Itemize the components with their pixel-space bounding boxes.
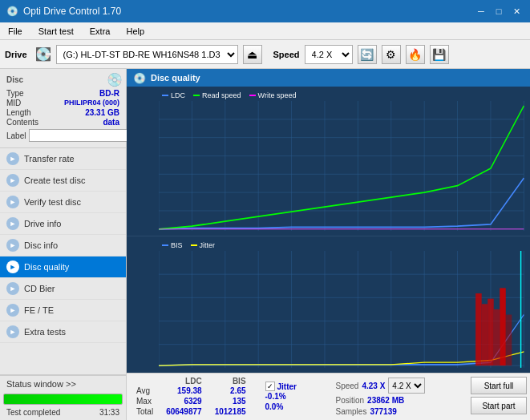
legend-read: Read speed	[193, 91, 241, 99]
app-title: Opti Drive Control 1.70	[23, 6, 121, 17]
transfer-rate-icon: ►	[6, 152, 19, 165]
max-jitter: 0.0%	[265, 402, 330, 412]
menu-help[interactable]: Help	[121, 25, 149, 38]
charts-container: LDC Read speed Write speed	[127, 87, 530, 373]
disc-label-row: Label 🔍	[6, 128, 119, 143]
nav-label-verify-test-disc: Verify test disc	[24, 197, 81, 207]
menubar: File Start test Extra Help	[0, 22, 530, 40]
position-label: Position	[336, 396, 365, 405]
svg-rect-71	[506, 315, 512, 366]
max-label: Max	[130, 396, 160, 406]
jitter-checkbox[interactable]: ✓	[265, 382, 275, 391]
disc-icon: 💿	[107, 72, 123, 87]
samples-value: 377139	[370, 407, 396, 416]
sidebar-item-extra-tests[interactable]: ► Extra tests	[0, 321, 126, 343]
speed-select[interactable]: 4.2 X	[305, 45, 353, 64]
svg-rect-48	[159, 251, 528, 368]
sidebar-item-drive-info[interactable]: ► Drive info	[0, 213, 126, 235]
ldc-dot	[162, 95, 168, 96]
speed-stat-value: 4.23 X	[362, 382, 385, 390]
read-dot	[193, 95, 200, 96]
status-text: Test completed	[3, 406, 63, 418]
progress-bar-container	[3, 394, 123, 405]
disc-info-grid: Type BD-R MID PHILIPR04 (000) Length 23.…	[3, 87, 123, 144]
progress-bar	[4, 394, 122, 404]
status-window-label: Status window >>	[6, 379, 76, 389]
disc-section-title: Disc	[3, 74, 26, 86]
disc-mid-row: MID PHILIPR04 (000)	[6, 99, 119, 107]
sidebar-item-fe-te[interactable]: ► FE / TE	[0, 300, 126, 321]
sidebar-item-disc-info[interactable]: ► Disc info	[0, 235, 126, 256]
disc-type-row: Type BD-R	[6, 89, 119, 98]
total-label: Total	[130, 406, 160, 417]
disc-info-icon: ►	[6, 239, 19, 252]
nav-label-disc-quality: Disc quality	[24, 262, 69, 272]
settings-button[interactable]: ⚙	[382, 45, 401, 64]
ldc-header: LDC	[160, 377, 208, 386]
status-window-button[interactable]: Status window >>	[0, 375, 126, 392]
speed-position-section: Speed 4.23 X 4.2 X Position 23862 MB Sam…	[336, 377, 465, 417]
disc-quality-icon: ►	[6, 260, 19, 273]
save-button[interactable]: 💾	[430, 45, 449, 64]
total-bis: 1012185	[208, 406, 253, 417]
burn-button[interactable]: 🔥	[406, 45, 425, 64]
write-label: Write speed	[258, 91, 297, 99]
nav-label-fe-te: FE / TE	[24, 305, 54, 315]
sidebar-item-create-test-disc[interactable]: ► Create test disc	[0, 170, 126, 192]
chart1-legend: LDC Read speed Write speed	[159, 90, 528, 101]
sidebar-nav: ► Transfer rate ► Create test disc ► Ver…	[0, 148, 126, 374]
minimize-button[interactable]: ─	[474, 4, 488, 18]
start-part-button[interactable]: Start part	[471, 397, 527, 414]
status-window-section: Status window >> Test completed 31:33	[0, 374, 126, 420]
avg-ldc: 159.38	[160, 386, 208, 396]
chart2-svg: 50 100 150 200 2% 4% 6% 8% 10% 0.0 2.5 5…	[159, 251, 528, 368]
sidebar-item-disc-quality[interactable]: ► Disc quality	[0, 256, 126, 278]
disc-contents-row: Contents data	[6, 118, 119, 127]
nav-label-create-test-disc: Create test disc	[24, 176, 85, 185]
svg-rect-0	[159, 101, 528, 231]
chart-bis: BIS Jitter	[127, 236, 530, 373]
eject-button[interactable]: ⏏	[243, 45, 262, 64]
disc-quality-header-icon: 💿	[133, 72, 146, 84]
chart1-svg: 1000 2000 3000 4000 5000 6000 7000 2X 4X…	[159, 101, 528, 231]
menu-start-test[interactable]: Start test	[34, 25, 79, 38]
svg-rect-68	[488, 299, 494, 366]
sidebar-item-transfer-rate[interactable]: ► Transfer rate	[0, 148, 126, 170]
maximize-button[interactable]: □	[492, 4, 506, 18]
stats-max-row: Max 6329 135	[130, 396, 253, 406]
speed-row: Speed 4.23 X 4.2 X	[336, 378, 465, 394]
menu-extra[interactable]: Extra	[85, 25, 115, 38]
sidebar-item-verify-test-disc[interactable]: ► Verify test disc	[0, 192, 126, 213]
menu-file[interactable]: File	[3, 25, 27, 38]
refresh-button[interactable]: 🔄	[358, 45, 377, 64]
avg-jitter: -0.1%	[265, 391, 330, 402]
stats-total-row: Total 60649877 1012185	[130, 406, 253, 417]
sidebar: Disc 💿 Type BD-R MID PHILIPR04 (000) Len…	[0, 69, 127, 420]
start-full-button[interactable]: Start full	[471, 377, 527, 394]
app-icon: 💿	[6, 6, 18, 17]
position-row: Position 23862 MB	[336, 396, 465, 405]
close-button[interactable]: ✕	[509, 4, 524, 18]
extra-tests-icon: ►	[6, 325, 19, 338]
avg-label: Avg	[130, 386, 160, 396]
label-input[interactable]	[29, 129, 132, 142]
speed-label: Speed	[273, 50, 300, 59]
toolbar: Drive 💽 (G:) HL-DT-ST BD-RE WH16NS48 1.D…	[0, 40, 530, 69]
samples-label: Samples	[336, 407, 367, 416]
status-time: 31:33	[96, 406, 123, 418]
legend-bis: BIS	[162, 241, 183, 249]
ldc-label: LDC	[171, 91, 185, 99]
verify-test-disc-icon: ►	[6, 196, 19, 208]
speed-stat-label: Speed	[336, 382, 359, 390]
nav-label-drive-info: Drive info	[24, 219, 61, 228]
write-dot	[249, 95, 256, 96]
drive-select[interactable]: (G:) HL-DT-ST BD-RE WH16NS48 1.D3	[56, 45, 238, 64]
sidebar-item-cd-bier[interactable]: ► CD Bier	[0, 278, 126, 300]
titlebar: 💿 Opti Drive Control 1.70 ─ □ ✕	[0, 0, 530, 22]
legend-write: Write speed	[249, 91, 297, 99]
content-area: 💿 Disc quality LDC Read speed	[127, 69, 530, 420]
speed-test-select[interactable]: 4.2 X	[388, 378, 425, 394]
svg-rect-70	[500, 289, 506, 366]
jitter-section: ✓ Jitter -0.1% 0.0%	[265, 377, 330, 417]
jitter-dot	[191, 244, 197, 246]
